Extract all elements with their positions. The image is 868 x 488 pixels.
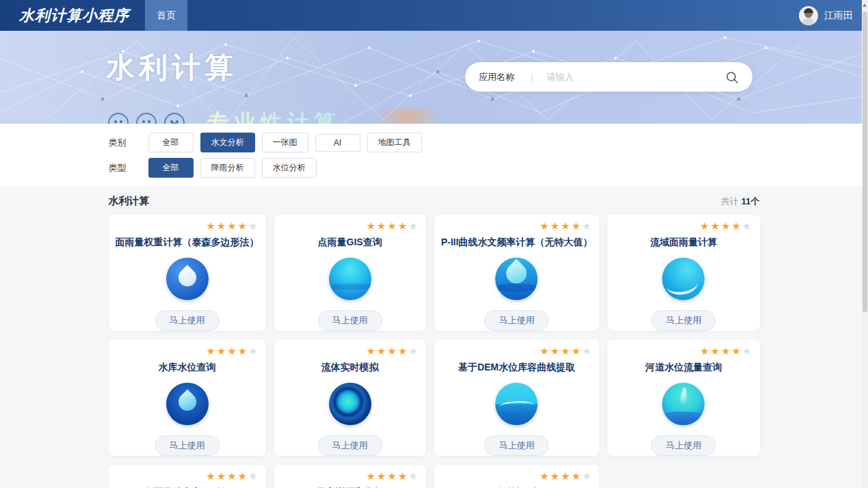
star-filled-icon: ★ [711, 345, 721, 357]
main-content: 水利计算 共计11个 ★★★★★ 面雨量权重计算（泰森多边形法） 马上使用 ★★… [0, 195, 868, 488]
use-now-button[interactable]: 马上使用 [651, 310, 715, 331]
star-filled-icon: ★ [227, 345, 237, 357]
nav-tab-home[interactable]: 首页 [145, 0, 187, 31]
top-navbar: 水利计算小程序 首页 江雨田 [0, 0, 868, 31]
hero-title: 水利计算 [106, 49, 237, 87]
star-filled-icon: ★ [711, 220, 721, 232]
star-empty-icon: ★ [408, 220, 419, 232]
river-splash-icon [662, 383, 705, 425]
search-icon[interactable] [725, 70, 739, 84]
nav-tabs: 首页 [145, 0, 187, 31]
star-filled-icon: ★ [206, 220, 216, 232]
area-rain-drop-icon [166, 258, 209, 300]
scroll-up-arrow-icon[interactable] [863, 3, 867, 7]
username: 江雨田 [824, 10, 853, 22]
star-rating: ★★★★★ [614, 346, 752, 357]
star-filled-icon: ★ [206, 345, 216, 357]
star-filled-icon: ★ [561, 470, 571, 482]
star-filled-icon: ★ [700, 345, 710, 357]
app-card[interactable]: ★★★★★ 智能识别 马上使用 [434, 465, 600, 488]
star-filled-icon: ★ [551, 345, 561, 357]
app-card[interactable]: ★★★★★ 天文潮调和分析 马上使用 [274, 465, 426, 488]
app-card[interactable]: ★★★★★ 流域面雨量计算 马上使用 [607, 215, 759, 331]
star-rating: ★★★★★ [281, 471, 419, 482]
app-card[interactable]: ★★★★★ 河道水位流量查询 马上使用 [607, 340, 759, 456]
use-now-button[interactable]: 马上使用 [484, 310, 549, 331]
star-rating: ★★★★★ [116, 471, 259, 482]
use-now-button[interactable]: 马上使用 [318, 310, 382, 331]
filter-row-1: 类型全部降雨分析水位分析 [109, 158, 760, 178]
star-filled-icon: ★ [377, 470, 387, 482]
app-card-title: 面雨量权重计算（泰森多边形法） [116, 236, 259, 249]
app-card-title: P-III曲线水文频率计算（无特大值） [441, 236, 593, 249]
star-filled-icon: ★ [387, 470, 397, 482]
use-now-button[interactable]: 马上使用 [651, 435, 715, 456]
filter-option[interactable]: 水文分析 [200, 133, 255, 152]
star-rating: ★★★★★ [441, 471, 593, 482]
star-rating: ★★★★★ [116, 346, 259, 357]
filter-option[interactable]: 全部 [148, 158, 194, 178]
use-now-button[interactable]: 马上使用 [318, 435, 382, 456]
filter-label: 类别 [109, 137, 148, 149]
star-rating: ★★★★★ [614, 221, 752, 232]
section-header: 水利计算 共计11个 [109, 195, 760, 208]
star-filled-icon: ★ [732, 345, 742, 357]
star-filled-icon: ★ [551, 470, 561, 482]
app-card[interactable]: ★★★★★ 流体实时模拟 马上使用 [274, 340, 426, 456]
star-filled-icon: ★ [571, 345, 581, 357]
star-filled-icon: ★ [540, 470, 550, 482]
star-filled-icon: ★ [721, 345, 731, 357]
star-filled-icon: ★ [398, 220, 408, 232]
star-rating: ★★★★★ [116, 221, 259, 232]
app-card[interactable]: ★★★★★ 基于DEM水位库容曲线提取 马上使用 [434, 340, 600, 456]
star-filled-icon: ★ [732, 220, 742, 232]
search-input[interactable] [547, 72, 725, 82]
filter-option[interactable]: 地图工具 [367, 133, 422, 152]
scrollbar-thumb[interactable] [863, 12, 867, 312]
star-filled-icon: ★ [571, 470, 581, 482]
star-filled-icon: ★ [227, 470, 237, 482]
smiley-icon [136, 113, 157, 124]
use-now-button[interactable]: 马上使用 [155, 310, 220, 331]
app-card[interactable]: ★★★★★ 多雨量站点空间插值 马上使用 [109, 465, 266, 488]
basin-sphere-icon [662, 258, 705, 300]
star-rating: ★★★★★ [281, 221, 419, 232]
star-filled-icon: ★ [387, 345, 397, 357]
star-filled-icon: ★ [700, 220, 710, 232]
filter-option[interactable]: AI [315, 134, 360, 152]
star-filled-icon: ★ [366, 345, 376, 357]
filter-option[interactable]: 全部 [148, 133, 194, 152]
star-filled-icon: ★ [217, 345, 227, 357]
star-filled-icon: ★ [238, 470, 248, 482]
use-now-button[interactable]: 马上使用 [155, 435, 220, 456]
fluid-lens-icon [329, 383, 371, 425]
user-avatar [799, 6, 818, 25]
star-filled-icon: ★ [217, 220, 227, 232]
filter-option[interactable]: 水位分析 [262, 158, 317, 178]
use-now-button[interactable]: 马上使用 [484, 435, 549, 456]
hero-banner: 水利计算 专业性计算 应用名称 | [0, 31, 868, 124]
app-card[interactable]: ★★★★★ 水库水位查询 马上使用 [109, 340, 266, 456]
app-card[interactable]: ★★★★★ P-III曲线水文频率计算（无特大值） 马上使用 [434, 215, 600, 331]
star-empty-icon: ★ [582, 220, 592, 232]
app-card[interactable]: ★★★★★ 面雨量权重计算（泰森多边形法） 马上使用 [109, 215, 266, 331]
star-filled-icon: ★ [571, 220, 581, 232]
star-empty-icon: ★ [408, 470, 419, 482]
star-filled-icon: ★ [206, 470, 216, 482]
search-separator: | [531, 72, 533, 82]
star-filled-icon: ★ [540, 345, 550, 357]
filter-option[interactable]: 降雨分析 [200, 158, 255, 178]
star-filled-icon: ★ [366, 220, 376, 232]
star-filled-icon: ★ [398, 345, 408, 357]
app-card-title: 点雨量GIS查询 [281, 236, 419, 249]
star-rating: ★★★★★ [281, 346, 419, 357]
star-filled-icon: ★ [227, 220, 237, 232]
star-filled-icon: ★ [721, 220, 731, 232]
vertical-scrollbar[interactable] [862, 0, 868, 488]
user-menu[interactable]: 江雨田 [799, 6, 853, 25]
app-card[interactable]: ★★★★★ 点雨量GIS查询 马上使用 [274, 215, 426, 331]
app-card-title: 基于DEM水位库容曲线提取 [441, 362, 593, 374]
app-logo[interactable]: 水利计算小程序 [19, 5, 129, 26]
star-empty-icon: ★ [582, 470, 592, 482]
filter-option[interactable]: 一张图 [262, 133, 308, 152]
